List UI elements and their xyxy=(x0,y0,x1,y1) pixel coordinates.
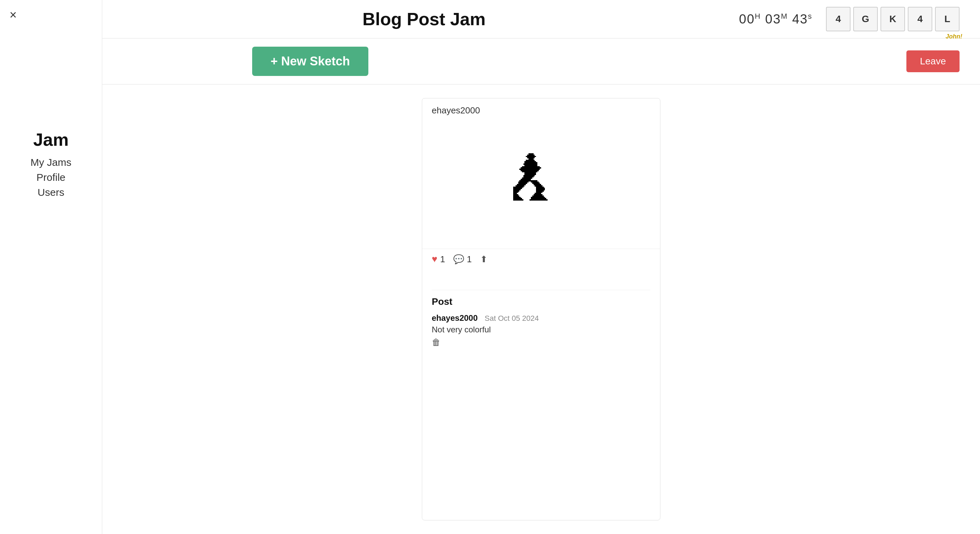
sketch-canvas xyxy=(500,143,582,225)
topbar: Blog Post Jam 00H 03M 43s 4 G K 4 L John… xyxy=(102,0,980,38)
timer-hours-label: H xyxy=(755,12,761,21)
new-sketch-button[interactable]: + New Sketch xyxy=(252,47,368,76)
main-content: Blog Post Jam 00H 03M 43s 4 G K 4 L John… xyxy=(102,0,980,534)
user-avatars: 4 G K 4 L John! xyxy=(826,7,959,31)
like-action[interactable]: ♥ 1 xyxy=(432,254,445,265)
comment-icon: 💬 xyxy=(453,254,464,265)
comment-text: Not very colorful xyxy=(432,325,651,334)
avatar-l: L John! xyxy=(935,7,959,31)
sidebar-item-profile[interactable]: Profile xyxy=(37,172,65,183)
leave-button[interactable]: Leave xyxy=(907,51,959,72)
sketch-image-area xyxy=(422,119,660,249)
likes-count: 1 xyxy=(440,254,445,265)
timer: 00H 03M 43s xyxy=(739,12,812,27)
avatar-tooltip: John! xyxy=(946,33,962,40)
actionbar: + New Sketch Leave xyxy=(102,38,980,84)
share-action[interactable]: ⬆ xyxy=(480,254,488,265)
comment-author: ehayes2000 xyxy=(432,313,478,323)
avatar-4b: 4 xyxy=(908,7,932,31)
sidebar-nav: My Jams Profile Users xyxy=(31,157,72,198)
sidebar-title: Jam xyxy=(33,129,68,150)
comments-count: 1 xyxy=(467,254,472,265)
sketch-card: ehayes2000 ♥ 1 💬 1 ⬆ xyxy=(422,98,660,520)
avatar-g: G xyxy=(853,7,878,31)
card-actions: ♥ 1 💬 1 ⬆ xyxy=(422,249,660,269)
trash-icon[interactable]: 🗑 xyxy=(432,337,651,348)
sidebar-item-my-jams[interactable]: My Jams xyxy=(31,157,72,168)
sidebar-item-users[interactable]: Users xyxy=(38,187,64,198)
comment-action[interactable]: 💬 1 xyxy=(453,254,472,265)
timer-seconds: 43 xyxy=(792,12,808,26)
content-area: ehayes2000 ♥ 1 💬 1 ⬆ xyxy=(102,84,980,534)
close-button[interactable]: × xyxy=(10,9,17,21)
comment-date: Sat Oct 05 2024 xyxy=(485,314,539,323)
timer-minutes: 03 xyxy=(765,12,781,26)
sidebar: × Jam My Jams Profile Users xyxy=(0,0,102,534)
share-icon: ⬆ xyxy=(480,254,488,265)
page-title: Blog Post Jam xyxy=(123,9,725,29)
post-label: Post xyxy=(422,290,660,310)
timer-minutes-label: M xyxy=(781,12,788,21)
timer-hours: 00 xyxy=(739,12,755,26)
comment-row: ehayes2000 Sat Oct 05 2024 Not very colo… xyxy=(422,310,660,351)
heart-icon: ♥ xyxy=(432,254,438,265)
card-username: ehayes2000 xyxy=(422,99,660,119)
avatar-k: K xyxy=(880,7,905,31)
avatar-4a: 4 xyxy=(826,7,851,31)
timer-seconds-label: s xyxy=(808,12,812,21)
